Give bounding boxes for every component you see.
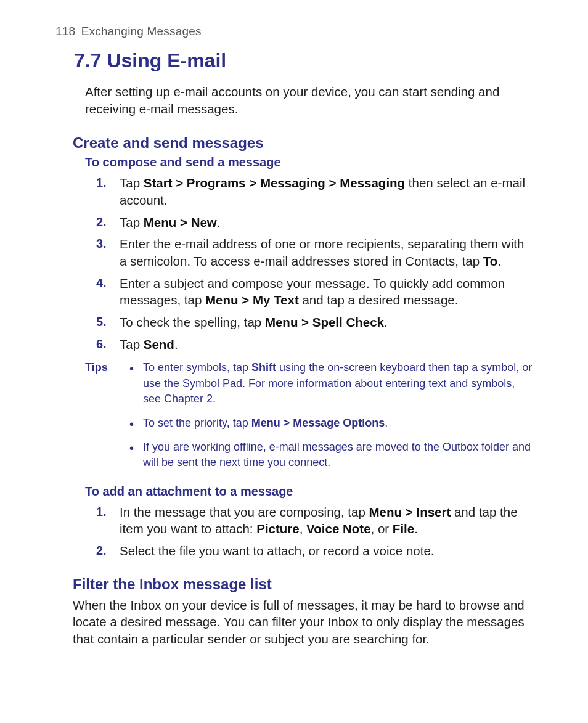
step-text: . [384,315,388,329]
tips-block: Tips To enter symbols, tap Shift using t… [85,360,533,479]
bold-path: Menu > Spell Check [265,315,384,329]
step-text: Enter the e-mail address of one or more … [120,237,524,268]
step-text: . [414,521,418,536]
bold-path: Menu > My Text [205,293,299,307]
step-item: 4. Enter a subject and compose your mess… [85,272,533,311]
step-number: 2. [96,214,107,231]
step-number: 1. [96,174,107,191]
tip-text: To enter symbols, tap [143,361,251,374]
step-text: , [300,521,306,536]
tip-text: . [385,417,388,429]
subsection-filter-inbox: Filter the Inbox message list [73,576,533,593]
step-text: . [174,337,178,351]
step-item: 6. Tap Send. [85,333,533,356]
step-text: . [217,215,221,229]
step-item: 2. Select the file you want to attach, o… [85,540,533,562]
step-item: 1. Tap Start > Programs > Messaging > Me… [85,172,533,211]
tip-text: To set the priority, tap [143,417,251,429]
step-item: 2. Tap Menu > New. [85,211,533,234]
tip-text: If you are working offline, e-mail messa… [143,441,531,468]
step-text: , or [371,521,393,536]
step-item: 1. In the message that you are composing… [85,501,533,540]
task-compose-send: To compose and send a message [85,155,533,170]
step-number: 5. [96,314,107,330]
bold-path: Picture [256,521,300,536]
step-text: . [497,254,501,268]
bold-path: File [393,521,414,536]
filter-paragraph: When the Inbox on your device is full of… [73,597,533,648]
task-add-attachment: To add an attachment to a message [85,484,533,499]
bold-path: Menu > New [144,215,217,229]
bold-path: Send [144,337,174,351]
tips-label: Tips [85,360,126,479]
step-number: 3. [96,235,107,252]
bold-path: Menu > Insert [369,505,451,519]
step-text: To check the spelling, tap [120,315,265,329]
step-text: Select the file you want to attach, or r… [120,544,435,558]
step-text: In the message that you are composing, t… [120,505,369,519]
step-text: Tap [120,176,144,190]
page-number: 118 [55,25,75,38]
tip-item: To enter symbols, tap Shift using the on… [126,360,533,415]
tip-item: If you are working offline, e-mail messa… [126,439,533,479]
step-text: and tap a desired message. [299,293,459,307]
bold-path: Voice Note [306,521,370,536]
chapter-title: Exchanging Messages [81,25,202,38]
steps-compose-send: 1. Tap Start > Programs > Messaging > Me… [85,172,533,355]
step-number: 6. [96,336,107,353]
step-number: 2. [96,542,107,559]
bold-path: Menu > Message Options [251,417,385,429]
section-heading-7-7: 7.7 Using E-mail [74,49,533,72]
step-number: 1. [96,504,107,520]
tip-item: To set the priority, tap Menu > Message … [126,415,533,439]
running-head: 118 Exchanging Messages [55,25,533,38]
bold-path: Start > Programs > Messaging > Messaging [144,176,405,190]
bold-path: To [483,254,498,268]
subsection-create-send: Create and send messages [73,134,533,152]
document-page: 118 Exchanging Messages 7.7 Using E-mail… [0,0,588,723]
bold-path: Shift [251,361,276,374]
step-item: 5. To check the spelling, tap Menu > Spe… [85,311,533,333]
tips-list: To enter symbols, tap Shift using the on… [126,360,533,479]
step-text: Tap [120,215,144,229]
steps-add-attachment: 1. In the message that you are composing… [85,501,533,562]
step-number: 4. [96,275,107,292]
step-text: Tap [120,337,144,351]
intro-paragraph: After setting up e-mail accounts on your… [85,83,533,117]
step-item: 3. Enter the e-mail address of one or mo… [85,233,533,272]
